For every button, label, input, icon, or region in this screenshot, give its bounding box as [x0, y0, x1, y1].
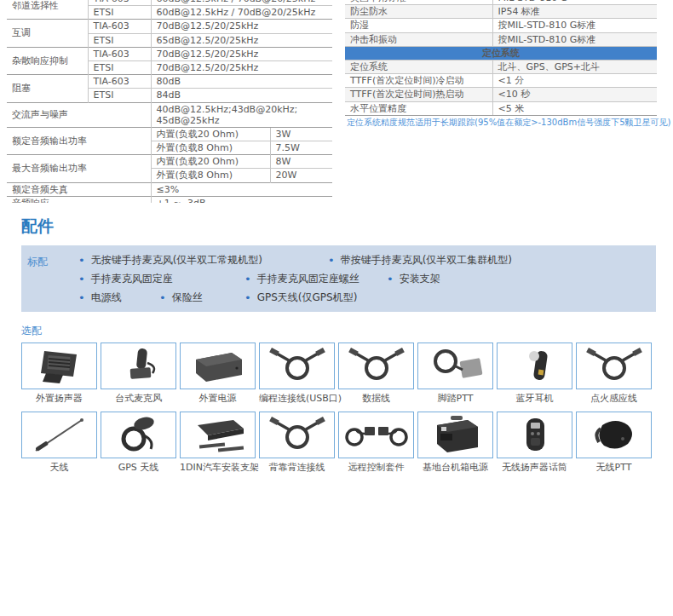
product-caption: 点火感应线: [576, 393, 652, 404]
standard-item: •GPS天线(仅GPS机型): [244, 291, 357, 305]
product-caption: 无线PTT: [576, 462, 652, 473]
product-photo: [338, 412, 414, 458]
antenna-image: [26, 415, 94, 456]
standard-item-label: 电源线: [91, 291, 122, 305]
data-cable-image: [342, 346, 411, 387]
accessory-card: 编程连接线(USB口): [259, 343, 335, 404]
spec-value: 按MIL-STD-810 G标准: [492, 32, 657, 46]
spec-name: 邻道选择性: [7, 0, 88, 20]
product-photo: [259, 412, 335, 458]
standard-item: •电源线: [78, 291, 159, 305]
product-photo: [497, 412, 572, 458]
spec-name: 音频响应: [7, 196, 151, 203]
spec-value: <5 米: [492, 101, 657, 115]
spec-standard: ETSI: [88, 6, 151, 20]
spec-name: 额定音频输出功率: [7, 127, 151, 154]
product-photo: [497, 343, 572, 389]
spec-value: 84dB: [151, 89, 332, 102]
remote-control-kit-image: [342, 415, 411, 456]
accessory-card: 数据线: [338, 343, 414, 404]
spec-page: 邻道选择性 TIA-603 60dB@12.5kHz / 70dB@20/25k…: [0, 0, 673, 616]
spec-name: TTFF(首次定位时间)热启动: [345, 88, 492, 101]
standard-item-label: GPS天线(仅GPS机型): [257, 291, 358, 305]
accessory-card: 天线: [21, 412, 97, 473]
product-caption: 远程控制套件: [338, 462, 414, 473]
external-speaker-image: [26, 346, 94, 387]
bullet-icon: •: [78, 291, 85, 304]
accessory-card: 点火感应线: [576, 343, 652, 404]
programming-cable-image: [263, 346, 331, 387]
product-photo: [101, 343, 176, 389]
product-caption: 脚踏PTT: [417, 393, 493, 404]
spec-value: IP54 标准: [492, 5, 657, 19]
optional-accessories-grid: 外置扬声器 台式麦克风 外置电源 编程连接线(USB口) 数据线 脚踏PTT 蓝…: [21, 343, 652, 473]
accessory-card: 1DIN汽车安装支架: [180, 412, 256, 473]
accessory-card: 无线扬声器话筒: [497, 412, 572, 473]
product-caption: GPS 天线: [101, 462, 176, 473]
product-caption: 1DIN汽车安装支架: [180, 462, 256, 473]
spec-value: 40dB@12.5kHz;43dB@20kHz; 45dB@25kHz: [151, 102, 332, 127]
spec-standard: ETSI: [88, 89, 151, 102]
spec-standard: TIA-603: [88, 47, 151, 60]
spec-value: 80dB: [151, 75, 332, 89]
spec-name: 阻塞: [7, 75, 88, 102]
product-caption: 天线: [21, 462, 97, 473]
spec-name: 交流声与噪声: [7, 102, 151, 127]
standard-row: •无按键手持麦克风(仅半双工常规机型) •带按键手持麦克风(仅半双工集群机型): [78, 250, 656, 269]
accessory-card: 台式麦克风: [101, 343, 176, 404]
product-photo: [576, 343, 652, 389]
bullet-icon: •: [159, 291, 166, 304]
spec-name: 互调: [7, 20, 88, 47]
spec-value: 8W: [270, 155, 332, 169]
bullet-icon: •: [387, 273, 394, 285]
spec-value: 7.5W: [270, 141, 332, 155]
bullet-icon: •: [244, 273, 251, 285]
spec-value-line: 45dB@25kHz: [157, 115, 328, 126]
accessory-card: 外置电源: [180, 343, 256, 404]
spec-value: 70dB@12.5/20/25kHz: [151, 60, 332, 74]
environment-gps-spec-table: 美国军用标准 MIL-STD-810 G 防尘防水 IP54 标准 防湿 按MI…: [345, 0, 657, 116]
standard-row: •手持麦克风固定座 •手持麦克风固定座螺丝 •安装支架: [78, 269, 656, 288]
product-photo: [417, 412, 493, 458]
spec-value: 北斗、GPS、GPS+北斗: [492, 60, 657, 73]
spec-value: 按MIL-STD-810 G标准: [492, 19, 657, 32]
standard-item: •无按键手持麦克风(仅半双工常规机型): [78, 253, 328, 268]
gps-antenna-image: [105, 415, 173, 456]
bullet-icon: •: [78, 273, 85, 285]
spec-value: 20W: [270, 169, 332, 182]
foot-ptt-image: [422, 346, 490, 387]
standard-items: •无按键手持麦克风(仅半双工常规机型) •带按键手持麦克风(仅半双工集群机型) …: [78, 250, 656, 307]
spec-name: 定位系统: [345, 60, 492, 73]
product-caption: 基地台机箱电源: [417, 462, 493, 473]
bullet-icon: •: [244, 291, 251, 304]
product-photo: [180, 412, 256, 458]
accessory-card: 外置扬声器: [21, 343, 97, 404]
product-caption: 无线扬声器话筒: [497, 462, 572, 473]
optional-label: 选配: [21, 324, 673, 338]
standard-item-label: 安装支架: [400, 272, 440, 286]
ignition-sense-cable-image: [580, 346, 648, 387]
standard-item-label: 无按键手持麦克风(仅半双工常规机型): [91, 253, 262, 268]
spec-tables-region: 邻道选择性 TIA-603 60dB@12.5kHz / 70dB@20/25k…: [0, 0, 673, 203]
audio-spec-table: 邻道选择性 TIA-603 60dB@12.5kHz / 70dB@20/25k…: [7, 0, 332, 203]
accessory-card: 背靠背连接线: [259, 412, 335, 473]
spec-name: 最大音频输出功率: [7, 155, 151, 182]
spec-value: <1 分: [492, 74, 657, 88]
spec-name: 额定音频失真: [7, 182, 151, 196]
product-photo: [101, 412, 176, 458]
gps-accuracy-note: 定位系统精度规范适用于长期跟踪(95%值在额定>-130dBm信号强度下5颗卫星…: [347, 117, 670, 129]
standard-item: •手持麦克风固定座螺丝: [244, 272, 387, 286]
spec-name: 杂散响应抑制: [7, 47, 88, 74]
product-photo: [21, 343, 97, 389]
spec-value: 60dB@12.5kHz / 70dB@20/25kHz: [151, 6, 332, 20]
wireless-ptt-image: [580, 415, 648, 456]
bluetooth-earpiece-image: [501, 346, 569, 387]
standard-item: •保险丝: [159, 291, 244, 305]
spec-subname: 内置(负载20 Ohm): [151, 127, 270, 141]
spec-subname: 内置(负载20 Ohm): [151, 155, 270, 169]
spec-standard: ETSI: [88, 33, 151, 47]
spec-value: ≤3%: [151, 182, 332, 196]
standard-item-label: 手持麦克风固定座螺丝: [257, 272, 360, 286]
accessory-card: 无线PTT: [576, 412, 652, 473]
spec-value: 3W: [270, 127, 332, 141]
